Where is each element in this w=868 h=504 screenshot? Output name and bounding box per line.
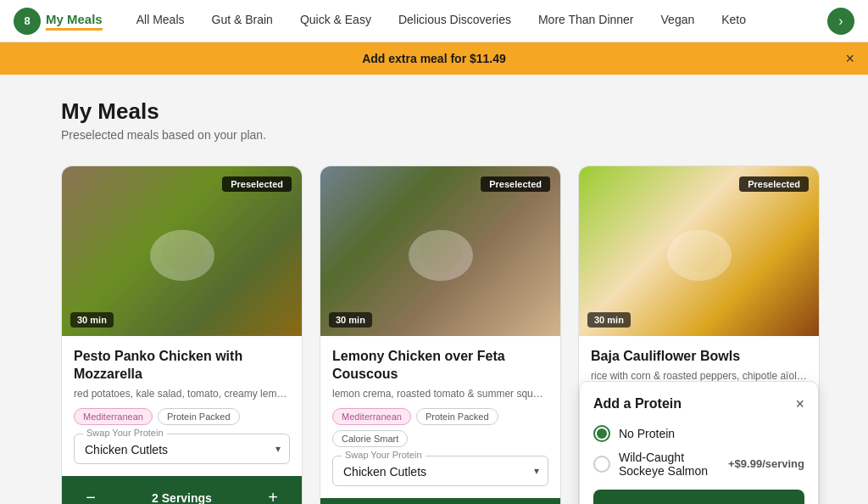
radio-fill-icon xyxy=(597,428,607,439)
meal-card-3: Preselected 30 min Baja Cauliflower Bowl… xyxy=(578,165,820,504)
svg-point-1 xyxy=(161,230,203,272)
navigation: 8 My Meals All Meals Gut & Brain Quick &… xyxy=(0,0,868,42)
protein-popup-header: Add a Protein × xyxy=(593,395,804,413)
nav-item-more-dinner[interactable]: More Than Dinner xyxy=(525,0,648,42)
card3-desc: rice with corn & roasted peppers, chipot… xyxy=(591,370,807,382)
card3-time-badge: 30 min xyxy=(587,312,631,328)
card3-image xyxy=(579,166,819,336)
card2-tag-mediterranean[interactable]: Mediterranean xyxy=(332,408,411,425)
meal-card-1: Preselected 30 min Pesto Panko Chicken w… xyxy=(61,165,303,504)
card1-desc: red potatoes, kale salad, tomato, creamy… xyxy=(74,388,290,400)
card2-tag-protein[interactable]: Protein Packed xyxy=(416,408,498,425)
card1-swap-container: Swap Your Protein Chicken Cutlets Beef N… xyxy=(74,434,290,464)
card2-swap-container: Swap Your Protein Chicken Cutlets Beef N… xyxy=(332,456,548,486)
card1-title: Pesto Panko Chicken with Mozzarella xyxy=(74,348,290,384)
card2-tags: Mediterranean Protein Packed Calorie Sma… xyxy=(332,408,548,447)
nav-item-keto[interactable]: Keto xyxy=(708,0,760,42)
page-title: My Meals xyxy=(61,98,807,125)
card3-preselected-badge: Preselected xyxy=(739,176,809,192)
protein-popup-title: Add a Protein xyxy=(593,396,682,412)
tag-protein-packed[interactable]: Protein Packed xyxy=(158,408,240,425)
card1-image xyxy=(62,166,302,336)
nav-item-all-meals[interactable]: All Meals xyxy=(123,0,198,42)
card2-swap-select[interactable]: Chicken Cutlets Beef No Protein xyxy=(343,465,537,479)
card2-image xyxy=(320,166,560,336)
card1-decrease-servings-button[interactable]: − xyxy=(79,486,103,504)
protein-salmon-price: +$9.99/serving xyxy=(728,457,804,470)
card2-time-badge: 30 min xyxy=(329,312,372,328)
page-subtitle: Preselected meals based on your plan. xyxy=(61,128,807,142)
svg-point-5 xyxy=(678,230,721,272)
my-meals-nav-item[interactable]: My Meals xyxy=(46,12,103,31)
card3-image-wrap: Preselected 30 min xyxy=(579,166,819,336)
nav-item-quick-easy[interactable]: Quick & Easy xyxy=(287,0,385,42)
card1-servings-text: 2 Servings xyxy=(152,491,212,504)
protein-popup: Add a Protein × No Protein Wild-Caught S… xyxy=(579,381,819,504)
protein-salmon-label: Wild-Caught Sockeye Salmon xyxy=(619,451,720,478)
card2-image-wrap: Preselected 30 min xyxy=(320,166,560,336)
protein-none-label: No Protein xyxy=(619,427,804,440)
card2-title: Lemony Chicken over Feta Couscous xyxy=(332,348,548,384)
card2-tag-calorie[interactable]: Calorie Smart xyxy=(332,430,408,447)
nav-items: All Meals Gut & Brain Quick & Easy Delic… xyxy=(123,0,827,42)
protein-option-salmon[interactable]: Wild-Caught Sockeye Salmon +$9.99/servin… xyxy=(593,451,804,478)
svg-point-3 xyxy=(420,230,462,272)
nav-item-delicious[interactable]: Delicious Discoveries xyxy=(385,0,525,42)
nav-logo[interactable]: 8 My Meals xyxy=(14,8,103,35)
card1-swap-select[interactable]: Chicken Cutlets Beef No Protein xyxy=(85,443,279,456)
card2-servings-bar: − 2 Servings + xyxy=(320,498,560,504)
meal-cards: Preselected 30 min Pesto Panko Chicken w… xyxy=(61,165,807,504)
protein-popup-close-button[interactable]: × xyxy=(795,395,804,413)
meal-count-badge: 8 xyxy=(14,8,41,35)
card2-preselected-badge: Preselected xyxy=(481,176,550,192)
card1-increase-servings-button[interactable]: + xyxy=(261,486,285,504)
protein-salmon-radio[interactable] xyxy=(593,456,610,473)
card1-swap-label: Swap Your Protein xyxy=(83,428,167,438)
card2-swap-section: Swap Your Protein Chicken Cutlets Beef N… xyxy=(332,456,548,486)
card1-body: Pesto Panko Chicken with Mozzarella red … xyxy=(62,336,302,425)
banner-text: Add extra meal for $11.49 xyxy=(362,52,506,65)
card1-servings-bar: − 2 Servings + xyxy=(62,476,302,504)
card2-body: Lemony Chicken over Feta Couscous lemon … xyxy=(320,336,560,447)
protein-option-none[interactable]: No Protein xyxy=(593,425,804,442)
card1-swap-section: Swap Your Protein Chicken Cutlets Beef N… xyxy=(74,434,290,464)
promo-banner: Add extra meal for $11.49 × xyxy=(0,42,868,75)
card3-title: Baja Cauliflower Bowls xyxy=(591,348,807,366)
banner-close-button[interactable]: × xyxy=(845,50,854,68)
nav-more-button[interactable]: › xyxy=(827,8,854,35)
nav-item-gut-brain[interactable]: Gut & Brain xyxy=(198,0,287,42)
card1-time-badge: 30 min xyxy=(70,312,114,328)
card1-image-wrap: Preselected 30 min xyxy=(62,166,302,336)
meal-card-2: Preselected 30 min Lemony Chicken over F… xyxy=(320,165,561,504)
card1-tags: Mediterranean Protein Packed xyxy=(74,408,290,425)
card1-preselected-badge: Preselected xyxy=(222,176,292,192)
nav-item-vegan[interactable]: Vegan xyxy=(648,0,709,42)
confirm-selection-button[interactable]: Confirm selection xyxy=(593,490,804,504)
main-content: My Meals Preselected meals based on your… xyxy=(0,75,868,504)
card2-desc: lemon crema, roasted tomato & summer squ… xyxy=(332,388,548,400)
protein-none-radio-selected[interactable] xyxy=(593,425,610,442)
tag-mediterranean[interactable]: Mediterranean xyxy=(74,408,153,425)
card2-swap-label: Swap Your Protein xyxy=(342,450,426,460)
